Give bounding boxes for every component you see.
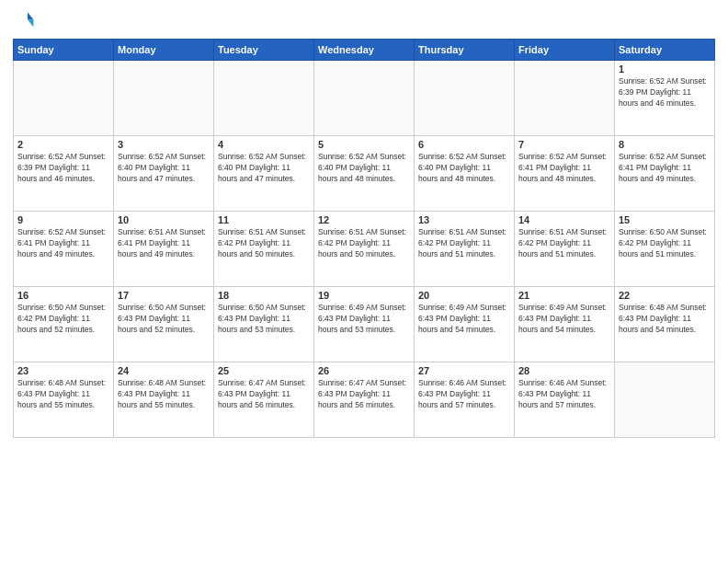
day-number: 2: [17, 139, 109, 150]
calendar-cell: 20Sunrise: 6:49 AM Sunset: 6:43 PM Dayli…: [415, 287, 515, 362]
day-number: 28: [518, 365, 610, 376]
calendar-cell: 2Sunrise: 6:52 AM Sunset: 6:39 PM Daylig…: [14, 136, 114, 212]
weekday-header-row: SundayMondayTuesdayWednesdayThursdayFrid…: [14, 40, 715, 61]
day-info: Sunrise: 6:50 AM Sunset: 6:43 PM Dayligh…: [218, 303, 310, 336]
calendar-cell: 22Sunrise: 6:48 AM Sunset: 6:43 PM Dayli…: [615, 287, 715, 362]
day-info: Sunrise: 6:49 AM Sunset: 6:43 PM Dayligh…: [318, 303, 410, 336]
day-number: 16: [17, 290, 109, 301]
calendar-cell: 1Sunrise: 6:52 AM Sunset: 6:39 PM Daylig…: [615, 61, 715, 136]
calendar-cell: 26Sunrise: 6:47 AM Sunset: 6:43 PM Dayli…: [314, 362, 415, 438]
logo-icon: [13, 9, 35, 31]
calendar-week-4: 16Sunrise: 6:50 AM Sunset: 6:42 PM Dayli…: [14, 287, 715, 362]
day-info: Sunrise: 6:51 AM Sunset: 6:42 PM Dayligh…: [418, 227, 510, 260]
calendar-cell: [214, 61, 314, 136]
calendar-week-5: 23Sunrise: 6:48 AM Sunset: 6:43 PM Dayli…: [14, 362, 715, 438]
calendar-week-2: 2Sunrise: 6:52 AM Sunset: 6:39 PM Daylig…: [14, 136, 715, 212]
page: SundayMondayTuesdayWednesdayThursdayFrid…: [0, 0, 728, 563]
day-number: 23: [17, 365, 109, 376]
calendar-cell: 14Sunrise: 6:51 AM Sunset: 6:42 PM Dayli…: [515, 212, 615, 287]
day-number: 17: [118, 290, 210, 301]
calendar-cell: [114, 61, 214, 136]
calendar-cell: 11Sunrise: 6:51 AM Sunset: 6:42 PM Dayli…: [214, 212, 314, 287]
day-number: 4: [218, 139, 310, 150]
header: [13, 9, 715, 31]
day-info: Sunrise: 6:47 AM Sunset: 6:43 PM Dayligh…: [218, 378, 310, 411]
calendar-cell: 7Sunrise: 6:52 AM Sunset: 6:41 PM Daylig…: [515, 136, 615, 212]
day-info: Sunrise: 6:48 AM Sunset: 6:43 PM Dayligh…: [619, 303, 711, 336]
logo: [13, 9, 39, 31]
calendar-cell: [415, 61, 515, 136]
calendar-cell: 10Sunrise: 6:51 AM Sunset: 6:41 PM Dayli…: [114, 212, 214, 287]
calendar-cell: 18Sunrise: 6:50 AM Sunset: 6:43 PM Dayli…: [214, 287, 314, 362]
svg-marker-1: [28, 19, 33, 27]
day-info: Sunrise: 6:52 AM Sunset: 6:39 PM Dayligh…: [619, 76, 711, 109]
day-info: Sunrise: 6:46 AM Sunset: 6:43 PM Dayligh…: [518, 378, 610, 411]
weekday-header-friday: Friday: [515, 40, 615, 61]
day-info: Sunrise: 6:46 AM Sunset: 6:43 PM Dayligh…: [418, 378, 510, 411]
calendar-cell: 12Sunrise: 6:51 AM Sunset: 6:42 PM Dayli…: [314, 212, 415, 287]
calendar-cell: 28Sunrise: 6:46 AM Sunset: 6:43 PM Dayli…: [515, 362, 615, 438]
day-number: 24: [118, 365, 210, 376]
day-number: 26: [318, 365, 410, 376]
calendar-week-3: 9Sunrise: 6:52 AM Sunset: 6:41 PM Daylig…: [14, 212, 715, 287]
day-info: Sunrise: 6:52 AM Sunset: 6:40 PM Dayligh…: [418, 152, 510, 185]
calendar-cell: 15Sunrise: 6:50 AM Sunset: 6:42 PM Dayli…: [615, 212, 715, 287]
day-number: 11: [218, 214, 310, 225]
day-number: 20: [418, 290, 510, 301]
calendar-cell: 9Sunrise: 6:52 AM Sunset: 6:41 PM Daylig…: [14, 212, 114, 287]
day-number: 12: [318, 214, 410, 225]
weekday-header-wednesday: Wednesday: [314, 40, 415, 61]
day-number: 21: [518, 290, 610, 301]
svg-marker-0: [28, 12, 33, 19]
calendar-table: SundayMondayTuesdayWednesdayThursdayFrid…: [13, 39, 715, 438]
day-info: Sunrise: 6:52 AM Sunset: 6:41 PM Dayligh…: [17, 227, 109, 260]
calendar-cell: 3Sunrise: 6:52 AM Sunset: 6:40 PM Daylig…: [114, 136, 214, 212]
day-info: Sunrise: 6:51 AM Sunset: 6:42 PM Dayligh…: [318, 227, 410, 260]
calendar-cell: 8Sunrise: 6:52 AM Sunset: 6:41 PM Daylig…: [615, 136, 715, 212]
day-info: Sunrise: 6:51 AM Sunset: 6:42 PM Dayligh…: [518, 227, 610, 260]
day-info: Sunrise: 6:52 AM Sunset: 6:41 PM Dayligh…: [619, 152, 711, 185]
day-number: 1: [619, 63, 711, 75]
calendar-cell: 17Sunrise: 6:50 AM Sunset: 6:43 PM Dayli…: [114, 287, 214, 362]
day-info: Sunrise: 6:49 AM Sunset: 6:43 PM Dayligh…: [518, 303, 610, 336]
day-number: 5: [318, 139, 410, 150]
day-info: Sunrise: 6:52 AM Sunset: 6:39 PM Dayligh…: [17, 152, 109, 185]
calendar-week-1: 1Sunrise: 6:52 AM Sunset: 6:39 PM Daylig…: [14, 61, 715, 136]
day-info: Sunrise: 6:52 AM Sunset: 6:40 PM Dayligh…: [118, 152, 210, 185]
day-number: 25: [218, 365, 310, 376]
calendar-cell: [515, 61, 615, 136]
day-number: 22: [619, 290, 711, 301]
day-info: Sunrise: 6:51 AM Sunset: 6:41 PM Dayligh…: [118, 227, 210, 260]
day-number: 18: [218, 290, 310, 301]
day-info: Sunrise: 6:50 AM Sunset: 6:43 PM Dayligh…: [118, 303, 210, 336]
calendar-cell: 27Sunrise: 6:46 AM Sunset: 6:43 PM Dayli…: [415, 362, 515, 438]
day-number: 10: [118, 214, 210, 225]
calendar-cell: [14, 61, 114, 136]
day-info: Sunrise: 6:51 AM Sunset: 6:42 PM Dayligh…: [218, 227, 310, 260]
day-number: 7: [518, 139, 610, 150]
weekday-header-tuesday: Tuesday: [214, 40, 314, 61]
day-info: Sunrise: 6:50 AM Sunset: 6:42 PM Dayligh…: [17, 303, 109, 336]
day-info: Sunrise: 6:48 AM Sunset: 6:43 PM Dayligh…: [17, 378, 109, 411]
day-number: 3: [118, 139, 210, 150]
calendar-cell: 25Sunrise: 6:47 AM Sunset: 6:43 PM Dayli…: [214, 362, 314, 438]
day-number: 19: [318, 290, 410, 301]
calendar-cell: 16Sunrise: 6:50 AM Sunset: 6:42 PM Dayli…: [14, 287, 114, 362]
day-info: Sunrise: 6:47 AM Sunset: 6:43 PM Dayligh…: [318, 378, 410, 411]
day-number: 9: [17, 214, 109, 225]
day-info: Sunrise: 6:52 AM Sunset: 6:40 PM Dayligh…: [318, 152, 410, 185]
day-info: Sunrise: 6:48 AM Sunset: 6:43 PM Dayligh…: [118, 378, 210, 411]
calendar-cell: 23Sunrise: 6:48 AM Sunset: 6:43 PM Dayli…: [14, 362, 114, 438]
day-info: Sunrise: 6:50 AM Sunset: 6:42 PM Dayligh…: [619, 227, 711, 260]
calendar-cell: 6Sunrise: 6:52 AM Sunset: 6:40 PM Daylig…: [415, 136, 515, 212]
weekday-header-sunday: Sunday: [14, 40, 114, 61]
calendar-cell: 24Sunrise: 6:48 AM Sunset: 6:43 PM Dayli…: [114, 362, 214, 438]
day-number: 27: [418, 365, 510, 376]
calendar-cell: 21Sunrise: 6:49 AM Sunset: 6:43 PM Dayli…: [515, 287, 615, 362]
calendar-cell: 5Sunrise: 6:52 AM Sunset: 6:40 PM Daylig…: [314, 136, 415, 212]
day-number: 8: [619, 139, 711, 150]
day-number: 13: [418, 214, 510, 225]
day-info: Sunrise: 6:52 AM Sunset: 6:41 PM Dayligh…: [518, 152, 610, 185]
calendar-cell: [314, 61, 415, 136]
calendar-cell: 19Sunrise: 6:49 AM Sunset: 6:43 PM Dayli…: [314, 287, 415, 362]
